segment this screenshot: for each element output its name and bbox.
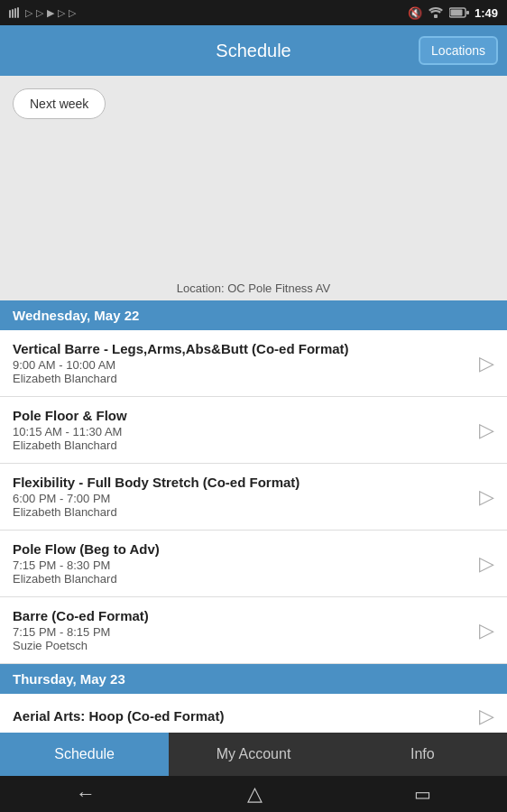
class-time: 6:00 PM - 7:00 PM xyxy=(13,492,472,505)
schedule-item[interactable]: Pole Floor & Flow 10:15 AM - 11:30 AM El… xyxy=(0,397,507,464)
tab-schedule[interactable]: Schedule xyxy=(0,733,169,776)
tab-info[interactable]: Info xyxy=(338,733,507,776)
schedule-item[interactable]: Pole Flow (Beg to Adv) 7:15 PM - 8:30 PM… xyxy=(0,531,507,597)
chevron-right-icon: ▷ xyxy=(479,619,494,642)
svg-rect-1 xyxy=(12,9,14,18)
status-icons: ▷ ▷ ▶ ▷ ▷ xyxy=(9,7,76,19)
class-title: Barre (Co-ed Format) xyxy=(13,608,472,623)
item-content: Barre (Co-ed Format) 7:15 PM - 8:15 PM S… xyxy=(13,608,472,652)
item-content: Vertical Barre - Legs,Arms,Abs&Butt (Co-… xyxy=(13,341,472,385)
class-title: Pole Floor & Flow xyxy=(13,408,472,423)
app-header: Schedule Locations xyxy=(0,25,507,76)
schedule-item[interactable]: Barre (Co-ed Format) 7:15 PM - 8:15 PM S… xyxy=(0,597,507,664)
svg-rect-7 xyxy=(466,11,469,14)
class-title: Aerial Arts: Hoop (Co-ed Format) xyxy=(13,708,472,724)
svg-rect-0 xyxy=(9,10,11,18)
schedule-item[interactable]: Vertical Barre - Legs,Arms,Abs&Butt (Co-… xyxy=(0,330,507,397)
empty-space xyxy=(0,132,507,276)
chevron-right-icon: ▷ xyxy=(479,705,494,728)
class-instructor: Elizabeth Blanchard xyxy=(13,572,472,586)
class-instructor: Suzie Poetsch xyxy=(13,639,472,652)
schedule-item[interactable]: Aerial Arts: Hoop (Co-ed Format) ▷ xyxy=(0,694,507,733)
schedule-item[interactable]: Flexibility - Full Body Stretch (Co-ed F… xyxy=(0,464,507,531)
class-title: Flexibility - Full Body Stretch (Co-ed F… xyxy=(13,475,472,490)
tab-bar: Schedule My Account Info xyxy=(0,733,507,776)
svg-rect-2 xyxy=(14,8,16,18)
status-bar: ▷ ▷ ▶ ▷ ▷ 🔇 1:49 xyxy=(0,0,507,25)
class-instructor: Elizabeth Blanchard xyxy=(13,372,472,385)
day-header-thursday: Thursday, May 23 xyxy=(0,664,507,694)
scroll-content: Next week Location: OC Pole Fitness AV W… xyxy=(0,76,507,733)
class-title: Pole Flow (Beg to Adv) xyxy=(13,541,472,557)
chevron-right-icon: ▷ xyxy=(479,485,494,509)
day-header-wednesday: Wednesday, May 22 xyxy=(0,300,507,330)
item-content: Pole Floor & Flow 10:15 AM - 11:30 AM El… xyxy=(13,408,472,452)
next-week-area: Next week xyxy=(0,76,507,132)
home-icon[interactable]: △ xyxy=(247,782,263,806)
thursday-schedule: Aerial Arts: Hoop (Co-ed Format) ▷ xyxy=(0,694,507,733)
item-content: Aerial Arts: Hoop (Co-ed Format) xyxy=(13,708,472,725)
nav-bar: ← △ ▭ xyxy=(0,776,507,812)
item-content: Flexibility - Full Body Stretch (Co-ed F… xyxy=(13,475,472,519)
mute-icon: 🔇 xyxy=(408,6,422,20)
svg-rect-3 xyxy=(17,7,19,18)
class-time: 10:15 AM - 11:30 AM xyxy=(13,425,472,438)
header-title: Schedule xyxy=(216,41,290,61)
next-week-button[interactable]: Next week xyxy=(13,88,106,119)
svg-rect-6 xyxy=(450,10,462,16)
chevron-right-icon: ▷ xyxy=(479,552,494,576)
class-time: 7:15 PM - 8:15 PM xyxy=(13,625,472,639)
location-label: Location: OC Pole Fitness AV xyxy=(0,276,507,300)
class-time: 7:15 PM - 8:30 PM xyxy=(13,558,472,572)
chevron-right-icon: ▷ xyxy=(479,419,494,442)
wednesday-schedule: Vertical Barre - Legs,Arms,Abs&Butt (Co-… xyxy=(0,330,507,664)
class-title: Vertical Barre - Legs,Arms,Abs&Butt (Co-… xyxy=(13,341,472,356)
chevron-right-icon: ▷ xyxy=(479,352,494,375)
class-instructor: Elizabeth Blanchard xyxy=(13,505,472,519)
back-icon[interactable]: ← xyxy=(76,782,96,806)
tab-my-account[interactable]: My Account xyxy=(169,733,337,776)
class-instructor: Elizabeth Blanchard xyxy=(13,438,472,452)
recents-icon[interactable]: ▭ xyxy=(414,783,431,805)
status-right: 🔇 1:49 xyxy=(408,6,498,20)
locations-button[interactable]: Locations xyxy=(419,36,498,65)
clock: 1:49 xyxy=(475,6,498,20)
svg-rect-4 xyxy=(434,14,438,18)
item-content: Pole Flow (Beg to Adv) 7:15 PM - 8:30 PM… xyxy=(13,541,472,586)
class-time: 9:00 AM - 10:00 AM xyxy=(13,358,472,372)
